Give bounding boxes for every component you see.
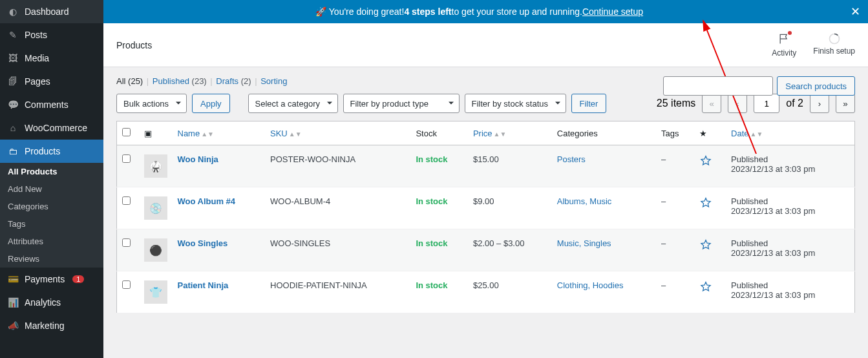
filter-sorting[interactable]: Sorting xyxy=(260,76,287,86)
star-icon[interactable] xyxy=(699,280,712,293)
filter-button[interactable]: Filter xyxy=(571,94,607,113)
activity-button[interactable]: Activity xyxy=(772,32,796,58)
star-icon[interactable] xyxy=(699,196,712,209)
products-table: ▣ Name▲▼ SKU▲▼ Stock Price▲▼ Categories … xyxy=(116,121,855,313)
banner-text-post: to get your store up and running. xyxy=(452,6,582,17)
sidebar-item-comments[interactable]: 💬Comments xyxy=(0,93,103,116)
items-count: 25 items xyxy=(657,98,695,109)
col-date[interactable]: Date▲▼ xyxy=(726,121,854,145)
filter-drafts[interactable]: Drafts (2) xyxy=(216,76,251,86)
pin-icon: ✎ xyxy=(6,28,19,41)
rocket-icon: 🚀 xyxy=(315,6,326,17)
col-stock: Stock xyxy=(410,121,468,145)
pager-next-button[interactable]: › xyxy=(810,94,829,113)
row-checkbox[interactable] xyxy=(122,196,131,205)
product-type-select[interactable]: Filter by product type xyxy=(343,94,460,113)
product-name-link[interactable]: Woo Album #4 xyxy=(178,196,236,206)
apply-button[interactable]: Apply xyxy=(192,94,230,113)
category-link[interactable]: Music, Singles xyxy=(557,238,611,248)
product-thumbnail[interactable]: ⚫ xyxy=(144,238,167,262)
tags-cell: – xyxy=(656,187,694,229)
table-row: 👕Patient NinjaHOODIE-PATIENT-NINJAIn sto… xyxy=(117,271,855,313)
tags-cell: – xyxy=(656,229,694,271)
sidebar-item-marketing[interactable]: 📣Marketing xyxy=(0,314,103,337)
col-name[interactable]: Name▲▼ xyxy=(173,121,266,145)
sku-cell: POSTER-WOO-NINJA xyxy=(265,145,410,187)
pager-prev-button[interactable]: ‹ xyxy=(728,94,747,113)
select-all-checkbox[interactable] xyxy=(122,128,131,136)
col-tags: Tags xyxy=(656,121,694,145)
row-checkbox[interactable] xyxy=(122,280,131,289)
sidebar-item-label: Payments xyxy=(25,274,65,284)
sort-icon: ▲▼ xyxy=(494,131,507,138)
search-products-button[interactable]: Search products xyxy=(777,76,855,96)
page-number-input[interactable] xyxy=(754,94,779,113)
col-price[interactable]: Price▲▼ xyxy=(468,121,552,145)
row-checkbox[interactable] xyxy=(122,238,131,247)
stock-status-select[interactable]: Filter by stock status xyxy=(465,94,566,113)
page-of-label: of 2 xyxy=(786,98,803,109)
dashboard-icon: ◐ xyxy=(6,5,19,18)
sidebar-item-payments[interactable]: 💳Payments1 xyxy=(0,268,103,291)
star-icon[interactable] xyxy=(699,154,712,167)
submenu-tags[interactable]: Tags xyxy=(0,215,103,233)
sidebar-item-woocommerce[interactable]: ⌂WooCommerce xyxy=(0,116,103,140)
search-input[interactable] xyxy=(663,76,773,96)
submenu-all-products[interactable]: All Products xyxy=(0,163,103,180)
sidebar-item-label: Products xyxy=(25,146,60,156)
product-thumbnail[interactable]: 💿 xyxy=(144,196,167,220)
finish-setup-label: Finish setup xyxy=(813,47,855,56)
submenu-attributes[interactable]: Attributes xyxy=(0,233,103,250)
filter-all[interactable]: All (25) xyxy=(116,76,143,86)
sidebar-item-posts[interactable]: ✎Posts xyxy=(0,23,103,47)
product-thumbnail[interactable]: 👕 xyxy=(144,280,167,304)
stock-status: In stock xyxy=(416,196,447,206)
row-checkbox[interactable] xyxy=(122,154,131,163)
filter-published[interactable]: Published (23) xyxy=(153,76,207,86)
price-cell: $15.00 xyxy=(468,145,552,187)
sidebar-item-pages[interactable]: 🗐Pages xyxy=(0,70,103,93)
col-sku[interactable]: SKU▲▼ xyxy=(265,121,410,145)
finish-setup-button[interactable]: Finish setup xyxy=(813,32,855,58)
admin-sidebar: ◐Dashboard ✎Posts 🖾Media 🗐Pages 💬Comment… xyxy=(0,0,103,358)
submenu-add-new[interactable]: Add New xyxy=(0,180,103,198)
col-featured: ★ xyxy=(694,121,726,145)
banner-text-pre: You're doing great! xyxy=(329,6,405,17)
category-link[interactable]: Albums, Music xyxy=(557,196,612,206)
pager-first-button[interactable]: « xyxy=(702,94,721,113)
submenu-categories[interactable]: Categories xyxy=(0,198,103,215)
price-cell: $2.00 – $3.00 xyxy=(468,229,552,271)
sort-icon: ▲▼ xyxy=(201,131,214,138)
product-thumbnail[interactable]: 🥋 xyxy=(144,154,167,178)
banner-text-bold: 4 steps left xyxy=(404,6,451,17)
sidebar-item-label: Dashboard xyxy=(25,6,69,17)
product-name-link[interactable]: Patient Ninja xyxy=(178,280,229,290)
sidebar-item-label: Media xyxy=(25,53,49,63)
sidebar-item-label: Comments xyxy=(25,100,69,110)
products-submenu: All Products Add New Categories Tags Att… xyxy=(0,163,103,268)
price-cell: $9.00 xyxy=(468,187,552,229)
page-title: Products xyxy=(116,40,152,50)
sidebar-item-products[interactable]: 🗀Products xyxy=(0,140,103,163)
bulk-actions-select[interactable]: Bulk actions xyxy=(116,94,187,113)
stock-status: In stock xyxy=(416,280,447,290)
close-icon[interactable]: ✕ xyxy=(851,5,860,19)
tags-cell: – xyxy=(656,271,694,313)
screen-header: Products Activity Finish setup xyxy=(103,23,868,67)
sidebar-item-media[interactable]: 🖾Media xyxy=(0,47,103,70)
pager-last-button[interactable]: » xyxy=(836,94,855,113)
date-cell: Published2023/12/13 at 3:03 pm xyxy=(726,229,854,271)
submenu-reviews[interactable]: Reviews xyxy=(0,250,103,268)
star-icon[interactable] xyxy=(699,238,712,251)
category-link[interactable]: Posters xyxy=(557,154,586,164)
sidebar-item-label: WooCommerce xyxy=(25,123,87,133)
sidebar-item-analytics[interactable]: 📊Analytics xyxy=(0,291,103,314)
table-row: 🥋Woo NinjaPOSTER-WOO-NINJAIn stock$15.00… xyxy=(117,145,855,187)
product-name-link[interactable]: Woo Singles xyxy=(178,238,228,248)
sidebar-item-dashboard[interactable]: ◐Dashboard xyxy=(0,0,103,23)
continue-setup-link[interactable]: Continue setup xyxy=(582,6,643,17)
product-name-link[interactable]: Woo Ninja xyxy=(178,154,218,164)
table-row: 💿Woo Album #4WOO-ALBUM-4In stock$9.00Alb… xyxy=(117,187,855,229)
category-select[interactable]: Select a category xyxy=(248,94,338,113)
category-link[interactable]: Clothing, Hoodies xyxy=(557,280,624,290)
